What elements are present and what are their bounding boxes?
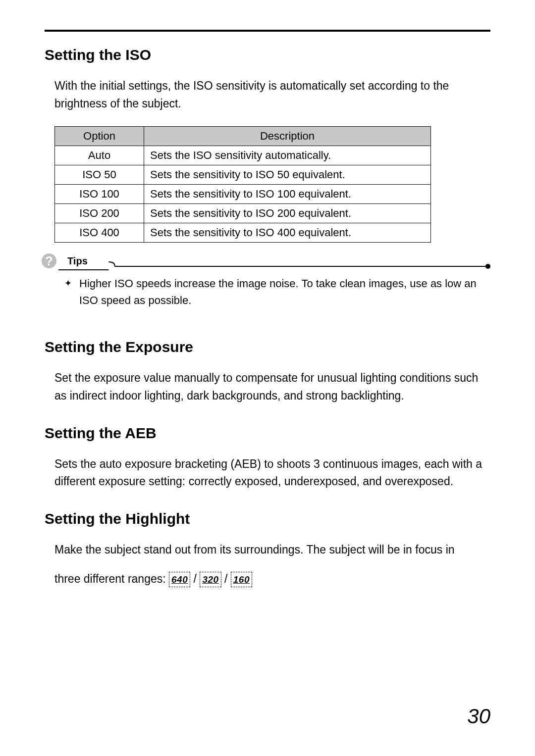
table-cell-description: Sets the sensitivity to ISO 200 equivale… [144,204,431,223]
table-cell-option: ISO 100 [55,185,144,204]
table-cell-description: Sets the sensitivity to ISO 100 equivale… [144,185,431,204]
heading-highlight: Setting the Highlight [45,510,490,527]
table-cell-option: ISO 400 [55,223,144,243]
aeb-body-text: Sets the auto exposure bracketing (AEB) … [54,455,490,491]
heading-aeb: Setting the AEB [45,425,490,442]
table-row: ISO 200 Sets the sensitivity to ISO 200 … [55,204,431,223]
range-chip-160: 160 [231,572,252,587]
table-cell-description: Sets the sensitivity to ISO 50 equivalen… [144,165,431,185]
highlight-line2-prefix: three different ranges: [54,572,169,585]
range-sep: / [224,572,231,585]
table-cell-option: ISO 200 [55,204,144,223]
tips-divider-line [58,261,490,262]
tips-bullet: ✦ Higher ISO speeds increase the image n… [64,275,490,309]
range-chip-320: 320 [200,572,221,587]
table-row: ISO 100 Sets the sensitivity to ISO 100 … [55,185,431,204]
heading-exposure: Setting the Exposure [45,339,490,355]
svg-point-1 [485,264,490,269]
table-row: Auto Sets the ISO sensitivity automatica… [55,146,431,165]
range-chip-640: 640 [169,572,190,587]
heading-iso: Setting the ISO [45,47,490,63]
range-sep: / [194,572,200,585]
table-header-option: Option [55,127,144,146]
tips-header: ? Tips [45,255,490,269]
bullet-icon: ✦ [64,275,79,309]
table-cell-option: Auto [55,146,144,165]
iso-options-table: Option Description Auto Sets the ISO sen… [54,126,431,243]
tips-bullet-text: Higher ISO speeds increase the image noi… [79,275,490,309]
table-header-description: Description [144,127,431,146]
table-cell-description: Sets the sensitivity to ISO 400 equivale… [144,223,431,243]
exposure-body-text: Set the exposure value manually to compe… [54,369,490,404]
table-cell-description: Sets the ISO sensitivity automatically. [144,146,431,165]
top-horizontal-rule [45,30,490,32]
table-row: ISO 400 Sets the sensitivity to ISO 400 … [55,223,431,243]
lightbulb-icon: ? [42,253,56,268]
iso-intro-text: With the initial settings, the ISO sensi… [54,77,490,112]
table-cell-option: ISO 50 [55,165,144,185]
page-number: 30 [467,705,490,728]
highlight-line2: three different ranges: 640 / 320 / 160 [54,570,490,588]
highlight-line1: Make the subject stand out from its surr… [54,541,490,559]
table-row: ISO 50 Sets the sensitivity to ISO 50 eq… [55,165,431,185]
tips-label: Tips [64,255,91,267]
